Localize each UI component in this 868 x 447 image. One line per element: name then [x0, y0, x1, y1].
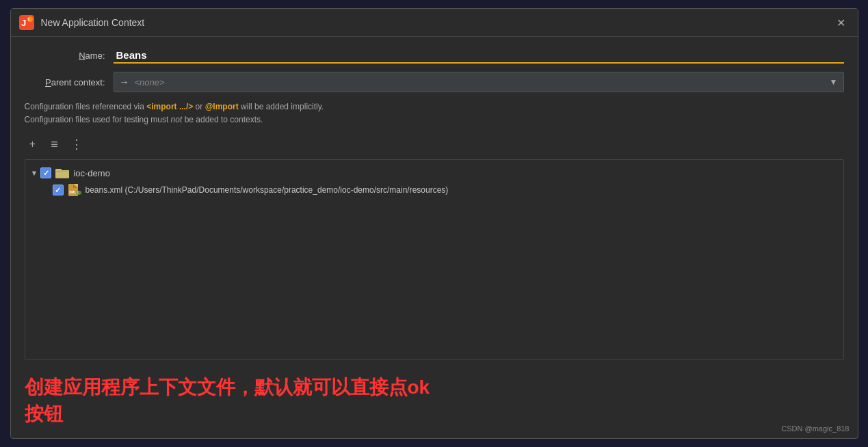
info-line2-italic: not — [171, 115, 183, 124]
watermark: CSDN @magic_818 — [781, 424, 849, 433]
dialog: J I New Application Context ✕ Name: Pare… — [10, 8, 858, 439]
split-button[interactable]: ⋮ — [68, 136, 85, 152]
annotation-block: 创建应用程序上下文文件，默认就可以直接点ok 按钮 — [25, 374, 844, 427]
tree-root-item: ▼ ✓ ioc-demo — [31, 165, 838, 180]
root-checkbox[interactable]: ✓ — [40, 167, 51, 178]
info-highlight1: <import .../> — [146, 102, 193, 111]
tree-child-item: ✓ XML S beans.xml (C:/Users/ThinkPad/Doc… — [53, 182, 838, 198]
chevron-down-icon: ▼ — [830, 77, 838, 87]
info-line1-before: Configuration files referenced via — [25, 102, 147, 111]
file-tree: ▼ ✓ ioc-demo ✓ — [25, 159, 844, 360]
name-input-wrapper — [114, 48, 844, 64]
svg-rect-7 — [56, 171, 68, 172]
parent-label-rest: arent context: — [51, 77, 105, 87]
chevron-icon[interactable]: ▼ — [31, 169, 38, 177]
close-button[interactable]: ✕ — [833, 14, 850, 31]
add-button[interactable]: + — [25, 136, 41, 152]
app-logo-icon: J I — [19, 15, 34, 30]
parent-context-row: Parent context: → <none> ▼ — [25, 72, 844, 92]
name-input[interactable] — [114, 48, 844, 62]
remove-button[interactable]: ≡ — [47, 136, 63, 152]
folder-icon — [55, 167, 69, 178]
parent-label-underline: P — [45, 77, 51, 87]
info-line2-after: be added to contexts. — [182, 115, 263, 124]
dialog-title: New Application Context — [41, 17, 833, 28]
child-item-name: beans.xml (C:/Users/ThinkPad/Documents/w… — [86, 185, 449, 195]
xml-file-icon: XML S — [68, 184, 81, 196]
name-row: Name: — [25, 48, 844, 64]
info-line1-mid: or — [193, 102, 205, 111]
parent-context-label: Parent context: — [25, 77, 114, 87]
parent-context-value: <none> — [135, 77, 827, 87]
file-toolbar: + ≡ ⋮ — [25, 136, 844, 152]
title-bar: J I New Application Context ✕ — [11, 9, 858, 37]
name-label: Name: — [25, 51, 114, 61]
name-label-rest: ame: — [86, 51, 105, 61]
info-line2-before: Configuration files used for testing mus… — [25, 115, 171, 124]
svg-text:I: I — [28, 17, 29, 22]
info-highlight2: @Import — [205, 102, 239, 111]
svg-text:J: J — [21, 18, 26, 28]
annotation-line2: 按钮 — [25, 401, 844, 427]
root-item-name: ioc-demo — [73, 168, 109, 178]
arrow-icon: → — [120, 77, 129, 87]
info-line2: Configuration files used for testing mus… — [25, 113, 844, 126]
info-section: Configuration files referenced via <impo… — [25, 100, 844, 126]
name-label-underline: N — [79, 51, 85, 61]
child-checkbox[interactable]: ✓ — [53, 185, 64, 195]
parent-context-dropdown[interactable]: → <none> ▼ — [114, 72, 844, 92]
annotation-line1: 创建应用程序上下文文件，默认就可以直接点ok — [25, 374, 844, 401]
info-line1-after: will be added implicitly. — [239, 102, 324, 111]
dialog-body: Name: Parent context: → <none> ▼ Configu… — [11, 37, 858, 438]
info-line1: Configuration files referenced via <impo… — [25, 100, 844, 113]
svg-text:XML: XML — [69, 190, 77, 194]
